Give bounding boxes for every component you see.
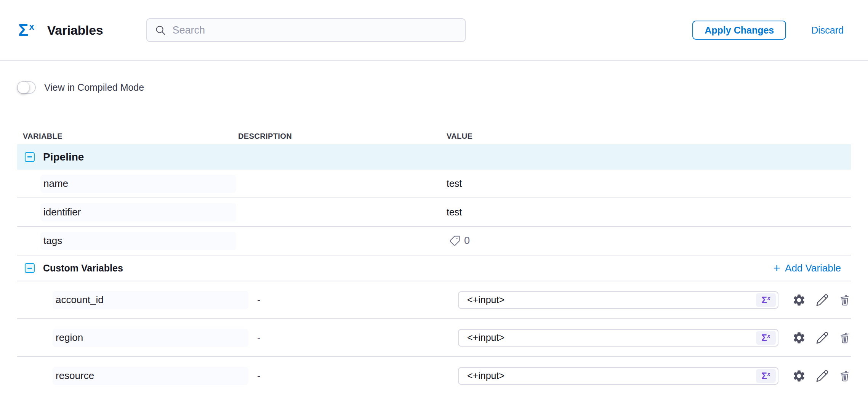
variable-description: - bbox=[236, 370, 447, 381]
variable-name: resource bbox=[56, 370, 94, 382]
value-input[interactable]: <+input> Σx bbox=[458, 367, 778, 385]
delete-trash-button[interactable] bbox=[839, 332, 851, 344]
runtime-input-sigma-badge[interactable]: Σx bbox=[756, 293, 776, 307]
apply-changes-button[interactable]: Apply Changes bbox=[692, 21, 786, 40]
settings-gear-button[interactable] bbox=[792, 331, 806, 345]
page-title: Variables bbox=[47, 23, 103, 38]
gear-icon bbox=[792, 331, 806, 345]
variable-description: - bbox=[236, 294, 447, 305]
trash-icon bbox=[839, 332, 851, 344]
pencil-icon bbox=[816, 331, 829, 344]
variable-name-pill: resource bbox=[53, 367, 248, 385]
trash-icon bbox=[839, 294, 851, 306]
plus-icon: + bbox=[773, 262, 780, 274]
collapse-minus-icon[interactable] bbox=[25, 263, 35, 273]
variable-name-pill: account_id bbox=[53, 291, 248, 309]
table-row-resource: resource - <+input> Σx bbox=[17, 357, 851, 395]
search-input[interactable] bbox=[172, 24, 457, 36]
row-actions bbox=[792, 331, 851, 345]
edit-pencil-button[interactable] bbox=[816, 294, 829, 307]
gear-icon bbox=[792, 369, 806, 383]
column-header-description: DESCRIPTION bbox=[236, 132, 447, 141]
variable-name: region bbox=[56, 332, 83, 344]
section-title: Custom Variables bbox=[43, 263, 123, 274]
compiled-mode-row: View in Compiled Mode bbox=[17, 81, 851, 94]
variable-name-pill: region bbox=[53, 329, 248, 347]
variables-sigma-icon: Σx bbox=[18, 22, 34, 39]
add-variable-label: Add Variable bbox=[785, 262, 841, 274]
edit-pencil-button[interactable] bbox=[816, 331, 829, 344]
compiled-mode-toggle[interactable] bbox=[17, 81, 36, 94]
table-row-tags: tags 0 bbox=[17, 227, 851, 255]
row-actions bbox=[792, 369, 851, 383]
delete-trash-button[interactable] bbox=[839, 370, 851, 382]
search-box[interactable] bbox=[146, 18, 466, 42]
pencil-icon bbox=[816, 294, 829, 307]
collapse-minus-icon[interactable] bbox=[25, 152, 35, 162]
table-row-name: name test bbox=[17, 170, 851, 198]
column-header-value: VALUE bbox=[447, 132, 851, 141]
search-icon bbox=[155, 24, 166, 36]
variable-name: identifier bbox=[43, 206, 81, 218]
settings-gear-button[interactable] bbox=[792, 293, 806, 307]
variables-panel: View in Compiled Mode VARIABLE DESCRIPTI… bbox=[0, 81, 868, 395]
table-row-account-id: account_id - <+input> Σx bbox=[17, 281, 851, 319]
section-header-custom-variables[interactable]: Custom Variables + Add Variable bbox=[17, 255, 851, 281]
value-input[interactable]: <+input> Σx bbox=[458, 291, 778, 309]
tag-icon bbox=[449, 235, 460, 247]
column-header-variable: VARIABLE bbox=[17, 132, 236, 141]
runtime-input-sigma-badge[interactable]: Σx bbox=[756, 369, 776, 383]
pencil-icon bbox=[816, 369, 829, 382]
gear-icon bbox=[792, 293, 806, 307]
table-row-identifier: identifier test bbox=[17, 198, 851, 227]
table-header-row: VARIABLE DESCRIPTION VALUE bbox=[17, 128, 851, 144]
section-title: Pipeline bbox=[43, 151, 84, 163]
add-variable-button[interactable]: + Add Variable bbox=[773, 262, 841, 274]
delete-trash-button[interactable] bbox=[839, 294, 851, 306]
settings-gear-button[interactable] bbox=[792, 369, 806, 383]
value-input[interactable]: <+input> Σx bbox=[458, 329, 778, 347]
section-header-pipeline[interactable]: Pipeline bbox=[17, 144, 851, 170]
variable-name-pill: identifier bbox=[40, 203, 236, 222]
runtime-input-sigma-badge[interactable]: Σx bbox=[756, 331, 776, 345]
variable-name: name bbox=[43, 178, 68, 189]
variable-description: - bbox=[236, 332, 447, 343]
edit-pencil-button[interactable] bbox=[816, 369, 829, 382]
trash-icon bbox=[839, 370, 851, 382]
variable-name: tags bbox=[43, 235, 62, 247]
variable-value: test bbox=[447, 207, 462, 217]
discard-link[interactable]: Discard bbox=[811, 25, 844, 36]
variable-name-pill: tags bbox=[40, 232, 236, 250]
variable-value: test bbox=[447, 178, 462, 189]
tags-count: 0 bbox=[464, 235, 470, 247]
variable-name-pill: name bbox=[40, 175, 236, 193]
row-actions bbox=[792, 293, 851, 307]
page-header: Σx Variables Apply Changes Discard bbox=[0, 0, 868, 61]
variable-name: account_id bbox=[56, 294, 104, 306]
tags-value: 0 bbox=[447, 235, 851, 247]
table-row-region: region - <+input> Σx bbox=[17, 319, 851, 357]
compiled-mode-label: View in Compiled Mode bbox=[44, 82, 144, 93]
toggle-knob bbox=[18, 82, 29, 93]
